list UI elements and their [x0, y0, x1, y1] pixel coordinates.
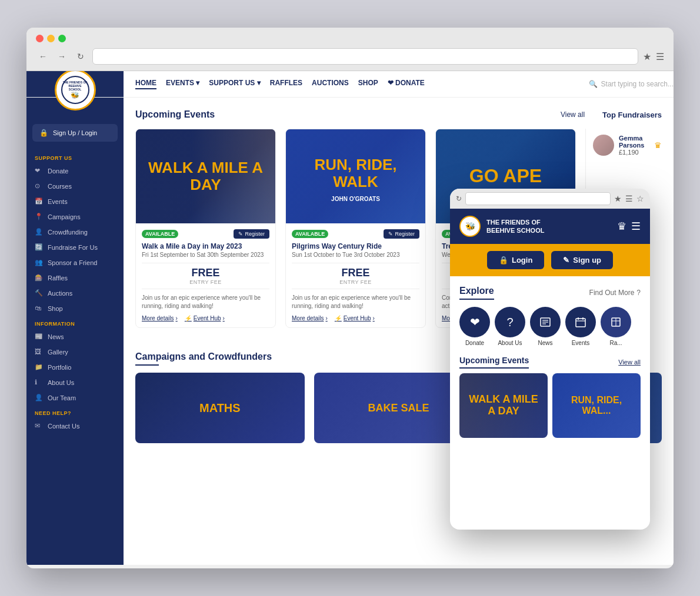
- mobile-view-all[interactable]: View all: [618, 359, 641, 366]
- explore-ra-label: Ra...: [609, 340, 622, 346]
- mobile-menu-icon[interactable]: ☰: [625, 194, 633, 203]
- mobile-banner: 🔒 Login ✎ Sign up: [450, 244, 650, 276]
- walk-more-details[interactable]: More details ›: [142, 315, 178, 322]
- walk-register-btn[interactable]: ✎ Register: [234, 229, 269, 239]
- sidebar-sponsor[interactable]: 👥 Sponsor a Friend: [26, 255, 124, 270]
- raffles-icon: 🎰: [35, 274, 43, 282]
- mobile-bookmark-icon[interactable]: ★: [614, 194, 622, 203]
- sidebar-portfolio-label: Portfolio: [48, 364, 71, 371]
- nav-shop[interactable]: SHOP: [358, 79, 378, 89]
- mobile-hamburger-icon[interactable]: ☰: [631, 220, 641, 233]
- forward-button[interactable]: →: [55, 49, 69, 63]
- run-price: FREE: [292, 267, 419, 279]
- walk-price: FREE: [142, 267, 269, 279]
- about-icon: ℹ: [35, 379, 43, 387]
- campaigns-title: Campaigns and Crowdfunders: [135, 351, 272, 361]
- sidebar-courses[interactable]: ⊙ Courses: [26, 179, 124, 194]
- refresh-button[interactable]: ↻: [74, 49, 88, 63]
- sidebar-portfolio[interactable]: 📁 Portfolio: [26, 360, 124, 375]
- sidebar-news[interactable]: 📰 News: [26, 329, 124, 344]
- information-section-label: INFORMATION: [26, 316, 124, 329]
- minimize-dot[interactable]: [47, 35, 55, 42]
- auctions-icon: 🔨: [35, 289, 43, 297]
- crown-icon: ♛: [654, 140, 662, 150]
- explore-about-label: About Us: [498, 340, 522, 346]
- search-box[interactable]: 🔍 Start typing to search...: [589, 80, 674, 88]
- mobile-star-icon[interactable]: ☆: [636, 194, 644, 203]
- bookmark-icon[interactable]: ★: [643, 51, 651, 62]
- walk-event-hub[interactable]: ⚡ Event Hub ›: [185, 315, 225, 322]
- sidebar-donate[interactable]: ❤ Donate: [26, 163, 124, 179]
- explore-about[interactable]: ? About Us: [495, 307, 525, 346]
- sidebar-crowdfunding[interactable]: 👤 Crowdfunding: [26, 225, 124, 240]
- run-sub-text: JOHN O'GROATS: [286, 196, 425, 202]
- mobile-upcoming-header: Upcoming Events View all: [459, 356, 641, 369]
- nav-donate[interactable]: ❤ DONATE: [388, 79, 425, 89]
- fundraise-icon: 🔄: [35, 243, 43, 252]
- sidebar-fundraise[interactable]: 🔄 Fundraise For Us: [26, 240, 124, 255]
- run-desc: Join us for an epic experience where you…: [292, 294, 419, 310]
- sidebar-about[interactable]: ℹ About Us: [26, 375, 124, 390]
- mobile-crown-icon[interactable]: ♛: [617, 220, 626, 233]
- sidebar-campaigns[interactable]: 📍 Campaigns: [26, 209, 124, 225]
- sidebar-shop[interactable]: 🛍 Shop: [26, 301, 124, 316]
- explore-about-circle: ?: [495, 307, 525, 337]
- back-button[interactable]: ←: [36, 49, 50, 63]
- explore-donate-label: Donate: [465, 340, 484, 346]
- run-hero-text: RUN, RIDE, WALK: [286, 150, 425, 196]
- event-card-run: RUN, RIDE, WALK JOHN O'GROATS AVAILABLE …: [285, 129, 426, 328]
- nav-home[interactable]: HOME: [135, 79, 156, 89]
- explore-donate[interactable]: ❤ Donate: [459, 307, 490, 346]
- mobile-logo-area: 🐝 THE FRIENDS OF BEEHIVE SCHOOL: [459, 216, 544, 237]
- walk-price-label: ENTRY FEE: [142, 279, 269, 285]
- login-label: Sign Up / Login: [53, 129, 97, 136]
- sidebar-team[interactable]: 👤 Our Team: [26, 390, 124, 406]
- run-register-btn[interactable]: ✎ Register: [384, 229, 419, 239]
- campaign-1-text: MATHS: [199, 401, 241, 415]
- nav-support[interactable]: SUPPORT US ▾: [209, 79, 260, 89]
- sidebar-raffles-label: Raffles: [48, 274, 68, 282]
- sidebar-team-label: Our Team: [48, 394, 76, 401]
- maximize-dot[interactable]: [58, 35, 66, 42]
- nav-raffles[interactable]: RAFFLES: [270, 79, 302, 89]
- mobile-event-walk[interactable]: WALK A MILE A DAY: [459, 373, 548, 438]
- mobile-event-run[interactable]: RUN, RIDE, WAL...: [552, 373, 641, 438]
- sidebar-events-label: Events: [48, 198, 68, 205]
- mobile-chrome: ↻ ★ ☰ ☆: [450, 189, 650, 209]
- news-icon: 📰: [35, 333, 43, 341]
- mobile-refresh-icon[interactable]: ↻: [456, 195, 462, 203]
- explore-news[interactable]: News: [530, 307, 561, 346]
- mobile-address-bar[interactable]: [465, 192, 611, 205]
- mobile-login-button[interactable]: 🔒 Login: [487, 251, 544, 269]
- walk-event-date: Fri 1st September to Sat 30th September …: [142, 252, 269, 258]
- explore-ra[interactable]: Ra...: [601, 307, 631, 346]
- top-nav: HOME EVENTS ▾ SUPPORT US ▾ RAFFLES AUCTI…: [124, 79, 436, 89]
- sidebar-contact[interactable]: ✉ Contact Us: [26, 418, 124, 434]
- menu-icon[interactable]: ☰: [656, 51, 664, 62]
- nav-events[interactable]: EVENTS ▾: [166, 79, 199, 89]
- sidebar-campaigns-label: Campaigns: [48, 213, 81, 220]
- mobile-find-out-more[interactable]: Find Out More ?: [589, 289, 641, 297]
- mobile-upcoming-title: Upcoming Events: [459, 356, 529, 369]
- explore-events[interactable]: Events: [565, 307, 596, 346]
- address-bar[interactable]: [92, 48, 638, 65]
- close-dot[interactable]: [36, 35, 44, 42]
- svg-rect-4: [576, 319, 585, 327]
- mobile-events-grid: WALK A MILE A DAY RUN, RIDE, WAL...: [459, 373, 641, 438]
- browser-traffic-lights: [36, 35, 664, 42]
- run-event-hub[interactable]: ⚡ Event Hub ›: [335, 315, 375, 322]
- view-all-link[interactable]: View all: [561, 111, 585, 119]
- sidebar-events[interactable]: 📅 Events: [26, 194, 124, 209]
- sidebar-auctions[interactable]: 🔨 Auctions: [26, 286, 124, 301]
- sidebar-gallery[interactable]: 🖼 Gallery: [26, 344, 124, 360]
- sidebar-sponsor-label: Sponsor a Friend: [48, 259, 97, 266]
- need-help-section-label: NEED HELP?: [26, 406, 124, 418]
- nav-auctions[interactable]: AUCTIONS: [312, 79, 349, 89]
- mobile-run-text: RUN, RIDE, WAL...: [552, 390, 641, 420]
- run-more-details[interactable]: More details ›: [292, 315, 328, 322]
- mobile-signup-button[interactable]: ✎ Sign up: [551, 251, 613, 269]
- explore-events-circle: [565, 307, 596, 337]
- campaign-card-1: MATHS: [135, 373, 305, 443]
- login-button[interactable]: 🔒 Sign Up / Login: [32, 124, 118, 142]
- sidebar-raffles[interactable]: 🎰 Raffles: [26, 270, 124, 286]
